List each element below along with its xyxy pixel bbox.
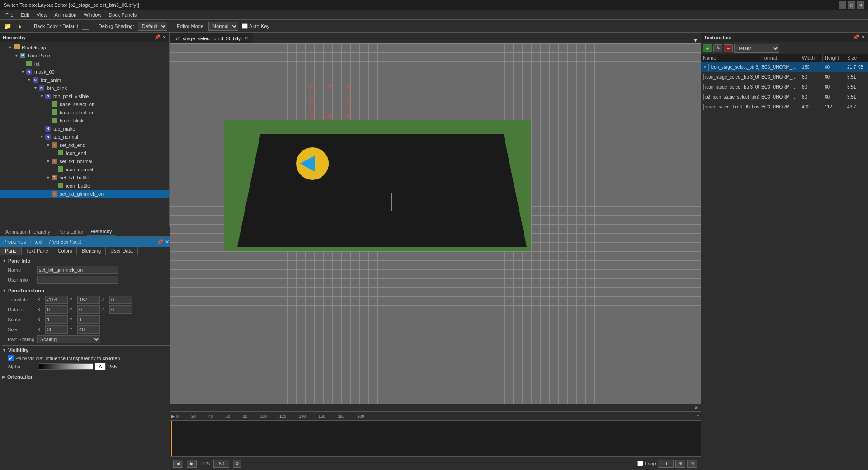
menu-view[interactable]: View xyxy=(33,11,51,19)
texture-row-2[interactable]: icon_stage_select_btn3_00_03^q BC3_UNORM… xyxy=(701,82,868,92)
hierarchy-pin-btn[interactable]: 📌 xyxy=(154,34,160,40)
auto-key-checkbox[interactable] xyxy=(242,23,248,29)
texture-pin-btn[interactable]: 📌 xyxy=(853,34,859,40)
texture-row-4[interactable]: stage_select_btn3_00_base_00^q BC3_UNORM… xyxy=(701,102,868,112)
tree-item-settxtnormal[interactable]: ▼ T set_txt_normal xyxy=(0,157,169,165)
rotate-label: Rotate: xyxy=(8,307,37,312)
tree-item-rootpane[interactable]: ▼ N RootPane xyxy=(0,52,169,60)
play-forward-button[interactable]: ▶ xyxy=(187,460,197,468)
canvas-tab-close[interactable]: ✕ xyxy=(245,36,248,41)
timeline-end-button[interactable]: ⊞ xyxy=(675,460,685,468)
pane-info-section-header[interactable]: ▼ Pane Info xyxy=(2,257,170,264)
rotate-z[interactable] xyxy=(109,306,132,314)
size-y[interactable] xyxy=(77,325,100,334)
canvas-close-x[interactable]: ✕ xyxy=(694,405,698,410)
props-tab-textpane[interactable]: Text Pane xyxy=(22,247,53,255)
tree-label-rootgroup: RootGroup xyxy=(22,45,46,50)
debug-shading-select[interactable]: Default xyxy=(138,22,167,31)
userinfo-input[interactable] xyxy=(37,276,118,284)
minimize-button[interactable]: ─ xyxy=(839,1,846,9)
tab-animation-hierarchy[interactable]: Animation Hierarchy xyxy=(2,228,54,235)
texture-delete-btn[interactable]: − xyxy=(724,44,733,52)
texture-row-3[interactable]: p2_icon_stage_select_btn3_00_01^q BC3_UN… xyxy=(701,92,868,102)
tree-item-tabnormal[interactable]: ▼ N tab_normal xyxy=(0,133,169,141)
scale-x[interactable] xyxy=(45,315,68,324)
texture-panel-controls: 📌 ✕ xyxy=(853,34,865,40)
texture-close-btn[interactable]: ✕ xyxy=(861,34,865,40)
canvas-dropdown[interactable]: ▼ xyxy=(693,38,701,43)
props-tab-pane[interactable]: Pane xyxy=(0,247,22,255)
menu-file[interactable]: File xyxy=(2,11,17,19)
close-button[interactable]: ✕ xyxy=(857,1,864,9)
tree-item-btnposi[interactable]: ▼ N btn_posi_visible xyxy=(0,92,169,100)
tree-item-mask00[interactable]: ▼ N mask_00 xyxy=(0,68,169,76)
loop-value[interactable] xyxy=(658,460,674,468)
tree-item-baseselectoff[interactable]: base_select_off xyxy=(0,100,169,108)
tex-expand-0[interactable]: ▼ xyxy=(703,65,707,70)
size-x[interactable] xyxy=(45,325,68,334)
tab-hierarchy-active[interactable]: Hierarchy xyxy=(87,228,116,236)
orientation-section-header[interactable]: ▶ Orientation xyxy=(2,373,170,381)
props-tab-userdata[interactable]: User Data xyxy=(106,247,138,255)
menu-dock-panels[interactable]: Dock Panels xyxy=(105,11,140,19)
timeline-settings-button[interactable]: ⚙ xyxy=(233,460,241,468)
tree-item-settxtend[interactable]: ▼ T set_txt_end xyxy=(0,141,169,149)
tree-item-iconnormal[interactable]: icon_normal xyxy=(0,165,169,174)
tab-parts-editor[interactable]: Parts Editor xyxy=(54,228,87,235)
translate-x[interactable] xyxy=(45,296,68,304)
toolbar-icon-1[interactable]: 📁 xyxy=(3,22,12,31)
texture-row-1[interactable]: icon_stage_select_btn3_00_02^q BC3_UNORM… xyxy=(701,72,868,82)
properties-close-btn[interactable]: ✕ xyxy=(165,239,169,245)
back-color-swatch[interactable] xyxy=(82,23,89,30)
canvas-selection xyxy=(310,84,350,118)
name-input[interactable] xyxy=(37,266,118,274)
props-tab-blending[interactable]: Blending xyxy=(77,247,106,255)
menu-window[interactable]: Window xyxy=(80,11,105,19)
translate-y[interactable] xyxy=(77,296,100,304)
fps-input[interactable] xyxy=(213,460,229,468)
scale-y[interactable] xyxy=(77,315,100,324)
tree-item-baseblink[interactable]: base_blink xyxy=(0,117,169,125)
hierarchy-close-btn[interactable]: ✕ xyxy=(162,34,166,40)
maximize-button[interactable]: □ xyxy=(848,1,855,9)
pane-visible-checkbox[interactable] xyxy=(8,355,14,361)
tree-item-btnanim[interactable]: ▼ N btn_anim xyxy=(0,76,169,84)
props-tab-colors[interactable]: Colors xyxy=(53,247,77,255)
tree-item-settxtbattle[interactable]: ▼ T set_txt_battle xyxy=(0,174,169,182)
partscaling-select[interactable]: Scaling xyxy=(37,335,100,343)
play-back-button[interactable]: ◀ xyxy=(173,460,183,468)
tree-item-btnblink[interactable]: ▼ N btn_blink xyxy=(0,84,169,92)
texture-row-0[interactable]: ▼ icon_stage_select_btn3_00_00^q BC3_UNO… xyxy=(701,62,868,72)
tree-item-iconbattle[interactable]: icon_battle xyxy=(0,182,169,190)
tree-item-baseselecton[interactable]: base_select_on xyxy=(0,108,169,117)
tree-item-hit[interactable]: hit xyxy=(0,60,169,68)
timeline-fullscreen-button[interactable]: ⊡ xyxy=(687,460,697,468)
canvas-tab[interactable]: p2_stage_select_btn3_00.bflyt ✕ xyxy=(170,33,253,43)
ruler-140: 140 xyxy=(299,414,306,418)
canvas-area[interactable]: ✕ xyxy=(170,43,701,411)
tree-item-settxtgimmickon[interactable]: T set_txt_gimmick_on xyxy=(0,190,169,198)
menu-animation[interactable]: Animation xyxy=(51,11,80,19)
toolbar-icon-2[interactable]: ▲ xyxy=(15,22,24,31)
loop-checkbox[interactable] xyxy=(637,461,643,466)
tree-item-rootgroup[interactable]: ▼ RootGroup xyxy=(0,43,169,52)
texture-add-btn[interactable]: + xyxy=(703,44,712,52)
properties-pin-btn[interactable]: 📌 xyxy=(157,239,163,245)
menu-edit[interactable]: Edit xyxy=(17,11,33,19)
properties-tabs: Pane Text Pane Colors Blending User Data xyxy=(0,247,172,255)
hierarchy-tree[interactable]: ▼ RootGroup ▼ N RootPane hit xyxy=(0,42,169,227)
panetransform-section-header[interactable]: ▼ PaneTransform xyxy=(2,287,170,294)
texture-view-select[interactable]: Details xyxy=(734,44,779,53)
translate-z[interactable] xyxy=(109,296,132,304)
texture-edit-btn[interactable]: ✎ xyxy=(713,44,722,52)
alpha-slider[interactable] xyxy=(39,363,93,370)
auto-key-check[interactable]: Auto Key xyxy=(242,23,269,29)
rotate-y[interactable] xyxy=(77,306,100,314)
char-yellow-circle xyxy=(296,147,329,180)
tree-item-iconend[interactable]: icon_end xyxy=(0,149,169,157)
visibility-section-header[interactable]: ▼ Visibility xyxy=(2,347,170,354)
editor-mode-select[interactable]: Normal xyxy=(208,22,238,31)
tree-item-tabmake[interactable]: N tab_make xyxy=(0,125,169,133)
rotate-x[interactable] xyxy=(45,306,68,314)
pic-icon-iconbattle xyxy=(58,183,65,189)
